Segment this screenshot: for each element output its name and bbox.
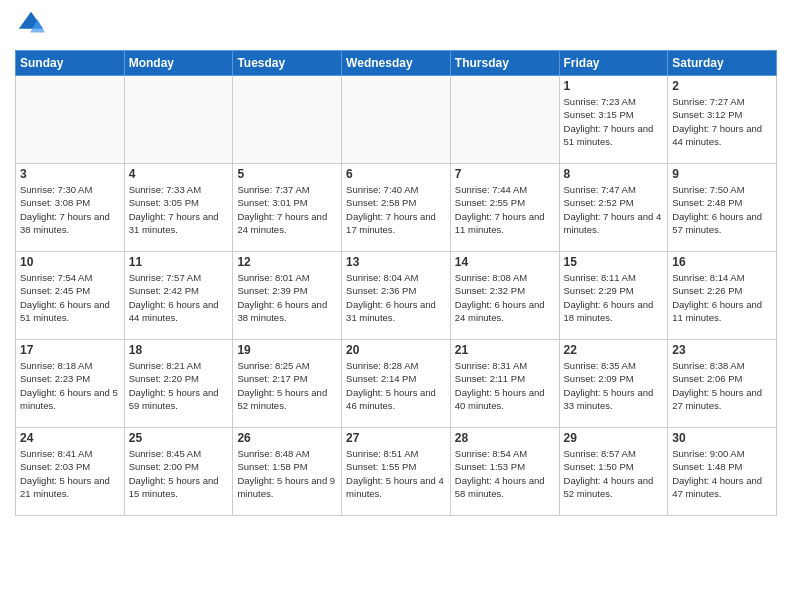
day-number: 24	[20, 431, 120, 445]
day-number: 23	[672, 343, 772, 357]
day-info: Sunrise: 7:54 AMSunset: 2:45 PMDaylight:…	[20, 271, 120, 324]
day-number: 3	[20, 167, 120, 181]
calendar-cell: 23Sunrise: 8:38 AMSunset: 2:06 PMDayligh…	[668, 340, 777, 428]
calendar-cell: 9Sunrise: 7:50 AMSunset: 2:48 PMDaylight…	[668, 164, 777, 252]
calendar-cell: 4Sunrise: 7:33 AMSunset: 3:05 PMDaylight…	[124, 164, 233, 252]
day-info: Sunrise: 8:04 AMSunset: 2:36 PMDaylight:…	[346, 271, 446, 324]
weekday-header-row: SundayMondayTuesdayWednesdayThursdayFrid…	[16, 51, 777, 76]
weekday-header-monday: Monday	[124, 51, 233, 76]
day-number: 29	[564, 431, 664, 445]
calendar-cell: 5Sunrise: 7:37 AMSunset: 3:01 PMDaylight…	[233, 164, 342, 252]
calendar-cell: 10Sunrise: 7:54 AMSunset: 2:45 PMDayligh…	[16, 252, 125, 340]
day-number: 13	[346, 255, 446, 269]
calendar-cell	[450, 76, 559, 164]
day-number: 27	[346, 431, 446, 445]
day-info: Sunrise: 8:57 AMSunset: 1:50 PMDaylight:…	[564, 447, 664, 500]
calendar-cell: 8Sunrise: 7:47 AMSunset: 2:52 PMDaylight…	[559, 164, 668, 252]
day-info: Sunrise: 7:30 AMSunset: 3:08 PMDaylight:…	[20, 183, 120, 236]
day-info: Sunrise: 7:33 AMSunset: 3:05 PMDaylight:…	[129, 183, 229, 236]
day-number: 26	[237, 431, 337, 445]
calendar-week-row: 1Sunrise: 7:23 AMSunset: 3:15 PMDaylight…	[16, 76, 777, 164]
calendar-cell: 27Sunrise: 8:51 AMSunset: 1:55 PMDayligh…	[342, 428, 451, 516]
calendar-week-row: 3Sunrise: 7:30 AMSunset: 3:08 PMDaylight…	[16, 164, 777, 252]
logo-icon	[17, 10, 45, 38]
weekday-header-wednesday: Wednesday	[342, 51, 451, 76]
day-number: 4	[129, 167, 229, 181]
page-container: SundayMondayTuesdayWednesdayThursdayFrid…	[0, 0, 792, 521]
day-info: Sunrise: 8:28 AMSunset: 2:14 PMDaylight:…	[346, 359, 446, 412]
calendar-cell: 2Sunrise: 7:27 AMSunset: 3:12 PMDaylight…	[668, 76, 777, 164]
calendar-cell: 17Sunrise: 8:18 AMSunset: 2:23 PMDayligh…	[16, 340, 125, 428]
day-number: 9	[672, 167, 772, 181]
day-info: Sunrise: 8:14 AMSunset: 2:26 PMDaylight:…	[672, 271, 772, 324]
day-info: Sunrise: 8:41 AMSunset: 2:03 PMDaylight:…	[20, 447, 120, 500]
day-number: 30	[672, 431, 772, 445]
day-info: Sunrise: 8:48 AMSunset: 1:58 PMDaylight:…	[237, 447, 337, 500]
day-number: 25	[129, 431, 229, 445]
weekday-header-saturday: Saturday	[668, 51, 777, 76]
page-header	[15, 10, 777, 42]
day-info: Sunrise: 8:18 AMSunset: 2:23 PMDaylight:…	[20, 359, 120, 412]
day-info: Sunrise: 7:27 AMSunset: 3:12 PMDaylight:…	[672, 95, 772, 148]
day-number: 10	[20, 255, 120, 269]
day-number: 1	[564, 79, 664, 93]
day-number: 14	[455, 255, 555, 269]
day-info: Sunrise: 7:40 AMSunset: 2:58 PMDaylight:…	[346, 183, 446, 236]
day-number: 8	[564, 167, 664, 181]
weekday-header-sunday: Sunday	[16, 51, 125, 76]
day-number: 2	[672, 79, 772, 93]
day-number: 18	[129, 343, 229, 357]
logo	[15, 10, 45, 42]
calendar-cell	[16, 76, 125, 164]
day-info: Sunrise: 8:08 AMSunset: 2:32 PMDaylight:…	[455, 271, 555, 324]
calendar-cell: 20Sunrise: 8:28 AMSunset: 2:14 PMDayligh…	[342, 340, 451, 428]
calendar-cell: 6Sunrise: 7:40 AMSunset: 2:58 PMDaylight…	[342, 164, 451, 252]
calendar-cell: 29Sunrise: 8:57 AMSunset: 1:50 PMDayligh…	[559, 428, 668, 516]
weekday-header-tuesday: Tuesday	[233, 51, 342, 76]
calendar-cell: 28Sunrise: 8:54 AMSunset: 1:53 PMDayligh…	[450, 428, 559, 516]
calendar-week-row: 24Sunrise: 8:41 AMSunset: 2:03 PMDayligh…	[16, 428, 777, 516]
calendar-cell: 25Sunrise: 8:45 AMSunset: 2:00 PMDayligh…	[124, 428, 233, 516]
day-info: Sunrise: 8:11 AMSunset: 2:29 PMDaylight:…	[564, 271, 664, 324]
day-number: 17	[20, 343, 120, 357]
day-number: 11	[129, 255, 229, 269]
calendar-table: SundayMondayTuesdayWednesdayThursdayFrid…	[15, 50, 777, 516]
calendar-cell: 13Sunrise: 8:04 AMSunset: 2:36 PMDayligh…	[342, 252, 451, 340]
day-info: Sunrise: 8:35 AMSunset: 2:09 PMDaylight:…	[564, 359, 664, 412]
day-info: Sunrise: 7:37 AMSunset: 3:01 PMDaylight:…	[237, 183, 337, 236]
day-info: Sunrise: 8:51 AMSunset: 1:55 PMDaylight:…	[346, 447, 446, 500]
calendar-cell: 11Sunrise: 7:57 AMSunset: 2:42 PMDayligh…	[124, 252, 233, 340]
day-info: Sunrise: 8:25 AMSunset: 2:17 PMDaylight:…	[237, 359, 337, 412]
calendar-cell: 1Sunrise: 7:23 AMSunset: 3:15 PMDaylight…	[559, 76, 668, 164]
calendar-cell: 3Sunrise: 7:30 AMSunset: 3:08 PMDaylight…	[16, 164, 125, 252]
calendar-cell: 26Sunrise: 8:48 AMSunset: 1:58 PMDayligh…	[233, 428, 342, 516]
calendar-cell: 7Sunrise: 7:44 AMSunset: 2:55 PMDaylight…	[450, 164, 559, 252]
day-info: Sunrise: 8:54 AMSunset: 1:53 PMDaylight:…	[455, 447, 555, 500]
calendar-cell: 18Sunrise: 8:21 AMSunset: 2:20 PMDayligh…	[124, 340, 233, 428]
day-info: Sunrise: 7:44 AMSunset: 2:55 PMDaylight:…	[455, 183, 555, 236]
calendar-cell	[342, 76, 451, 164]
calendar-cell: 12Sunrise: 8:01 AMSunset: 2:39 PMDayligh…	[233, 252, 342, 340]
calendar-week-row: 10Sunrise: 7:54 AMSunset: 2:45 PMDayligh…	[16, 252, 777, 340]
day-number: 16	[672, 255, 772, 269]
day-info: Sunrise: 8:01 AMSunset: 2:39 PMDaylight:…	[237, 271, 337, 324]
day-info: Sunrise: 7:57 AMSunset: 2:42 PMDaylight:…	[129, 271, 229, 324]
calendar-cell: 16Sunrise: 8:14 AMSunset: 2:26 PMDayligh…	[668, 252, 777, 340]
day-number: 21	[455, 343, 555, 357]
calendar-cell: 19Sunrise: 8:25 AMSunset: 2:17 PMDayligh…	[233, 340, 342, 428]
day-info: Sunrise: 8:31 AMSunset: 2:11 PMDaylight:…	[455, 359, 555, 412]
calendar-cell: 15Sunrise: 8:11 AMSunset: 2:29 PMDayligh…	[559, 252, 668, 340]
calendar-cell: 22Sunrise: 8:35 AMSunset: 2:09 PMDayligh…	[559, 340, 668, 428]
day-number: 15	[564, 255, 664, 269]
day-number: 12	[237, 255, 337, 269]
day-number: 19	[237, 343, 337, 357]
day-number: 6	[346, 167, 446, 181]
day-info: Sunrise: 7:23 AMSunset: 3:15 PMDaylight:…	[564, 95, 664, 148]
day-info: Sunrise: 7:47 AMSunset: 2:52 PMDaylight:…	[564, 183, 664, 236]
day-info: Sunrise: 8:45 AMSunset: 2:00 PMDaylight:…	[129, 447, 229, 500]
day-info: Sunrise: 7:50 AMSunset: 2:48 PMDaylight:…	[672, 183, 772, 236]
calendar-week-row: 17Sunrise: 8:18 AMSunset: 2:23 PMDayligh…	[16, 340, 777, 428]
calendar-cell: 30Sunrise: 9:00 AMSunset: 1:48 PMDayligh…	[668, 428, 777, 516]
day-info: Sunrise: 9:00 AMSunset: 1:48 PMDaylight:…	[672, 447, 772, 500]
weekday-header-thursday: Thursday	[450, 51, 559, 76]
